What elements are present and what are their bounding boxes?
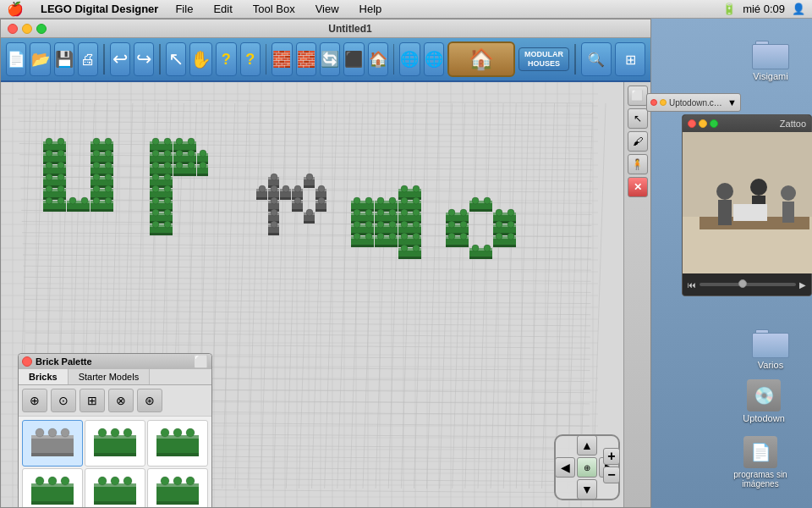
browser-traffic-lights xyxy=(650,99,667,106)
palette-grid xyxy=(19,417,211,507)
zattoo-slider[interactable] xyxy=(700,283,796,286)
zoom-in[interactable]: + xyxy=(603,448,620,465)
desktop-icon-uptodown[interactable]: 💿 Uptodown xyxy=(734,379,793,423)
browser-expand[interactable]: ▼ xyxy=(727,97,737,108)
zattoo-prev[interactable]: ⏮ xyxy=(688,280,696,290)
nav-center[interactable]: ⊕ xyxy=(577,457,597,478)
toolbar-sep-1 xyxy=(103,44,104,75)
palette-icon-refresh[interactable]: ⊛ xyxy=(137,389,162,412)
zattoo-minimize[interactable] xyxy=(699,119,707,128)
zattoo-video xyxy=(683,132,812,273)
toolbar-search[interactable]: 🔍 xyxy=(581,42,612,76)
menu-help[interactable]: Help xyxy=(356,3,386,15)
menu-toolbox[interactable]: Tool Box xyxy=(250,3,299,15)
toolbar-grid[interactable]: ⊞ xyxy=(615,42,645,76)
right-toolbar: ⬜ ↖ 🖌 🧍 ✕ xyxy=(623,82,650,507)
palette-icon-circle[interactable]: ⊙ xyxy=(51,389,76,412)
canvas-area[interactable]: ⬜ ↖ 🖌 🧍 ✕ ▲ ◀ ⊕ ▶ ▼ + − xyxy=(1,82,650,507)
toolbar-globe1[interactable]: 🌐 xyxy=(399,42,420,76)
zattoo-window: Zattoo ⏮ ▶ xyxy=(682,114,812,296)
zattoo-play[interactable]: ▶ xyxy=(799,280,806,290)
brick-palette: Brick Palette ⬜ Bricks Starter Models ⊕ … xyxy=(18,353,212,507)
zattoo-zoom[interactable] xyxy=(710,119,718,128)
browser-minimize[interactable] xyxy=(660,99,667,106)
browser-window: Uptodown.co... ▼ xyxy=(646,93,741,112)
palette-item-4[interactable] xyxy=(85,468,145,507)
menu-file[interactable]: File xyxy=(172,3,196,15)
toolbar-print[interactable]: 🖨 xyxy=(78,42,98,76)
desktop-icon-visigami[interactable]: Visigami xyxy=(741,37,800,81)
zattoo-title-label: Zattoo xyxy=(780,119,806,129)
desktop-icon-varios[interactable]: Varios xyxy=(741,326,800,370)
palette-item-2[interactable] xyxy=(147,420,208,467)
palette-item-1[interactable] xyxy=(85,420,145,467)
palette-item-0[interactable] xyxy=(22,420,83,467)
palette-title-bar: Brick Palette ⬜ xyxy=(19,354,211,369)
palette-title: Brick Palette xyxy=(36,356,92,367)
palette-icon-add[interactable]: ⊕ xyxy=(22,389,47,412)
toolbar-save[interactable]: 💾 xyxy=(54,42,74,76)
apple-menu[interactable]: 🍎 xyxy=(7,1,24,17)
zoom-out[interactable]: − xyxy=(603,467,620,483)
palette-item-5[interactable] xyxy=(147,468,208,507)
zattoo-title-bar: Zattoo xyxy=(683,115,811,132)
menu-view[interactable]: View xyxy=(312,3,343,15)
zattoo-close[interactable] xyxy=(688,119,696,128)
toolbar-brick2[interactable]: 🧱 xyxy=(296,42,316,76)
app-window: Untitled1 📄 📂 💾 🖨 ↩ ↪ ↖ ✋ ? ? 🧱 🧱 🔄 ⬛ 🏠 … xyxy=(0,19,651,508)
palette-close[interactable] xyxy=(22,356,32,367)
palette-icon-bar: ⊕ ⊙ ⊞ ⊗ ⊛ xyxy=(19,385,211,417)
app-toolbar: 📄 📂 💾 🖨 ↩ ↪ ↖ ✋ ? ? 🧱 🧱 🔄 ⬛ 🏠 🌐 🌐 🏠 MODU… xyxy=(1,38,650,82)
zattoo-traffic-lights xyxy=(688,119,718,128)
toolbar-arrow[interactable]: ↖ xyxy=(166,42,186,76)
toolbar-sep-4 xyxy=(393,44,394,75)
rt-select[interactable]: ↖ xyxy=(628,108,648,129)
rt-paint[interactable]: 🖌 xyxy=(628,131,648,152)
zattoo-video-canvas xyxy=(683,132,812,273)
toolbar-new[interactable]: 📄 xyxy=(6,42,26,76)
palette-icon-color[interactable]: ⊗ xyxy=(108,389,134,412)
traffic-lights xyxy=(8,24,47,34)
zoom-button[interactable] xyxy=(36,24,47,34)
nav-up[interactable]: ▲ xyxy=(577,435,597,456)
app-name: LEGO Digital Designer xyxy=(41,3,158,15)
toolbar-hand[interactable]: ✋ xyxy=(189,42,212,76)
menu-edit[interactable]: Edit xyxy=(210,3,235,15)
toolbar-brick1[interactable]: 🧱 xyxy=(272,42,292,76)
toolbar-open[interactable]: 📂 xyxy=(30,42,50,76)
toolbar-globe2[interactable]: 🌐 xyxy=(424,42,444,76)
browser-url: Uptodown.co... xyxy=(669,98,725,108)
palette-tabs: Bricks Starter Models xyxy=(19,369,211,385)
nav-down[interactable]: ▼ xyxy=(577,479,597,500)
toolbar-brick4[interactable]: ⬛ xyxy=(343,42,364,76)
title-bar: Untitled1 xyxy=(1,19,650,38)
toolbar-right: 🏠 MODULAR HOUSES 🔍 ⊞ xyxy=(447,41,645,77)
palette-item-3[interactable] xyxy=(22,468,83,507)
zattoo-controls: ⏮ ▶ xyxy=(683,273,811,295)
palette-icon-grid[interactable]: ⊞ xyxy=(80,389,105,412)
toolbar-redo[interactable]: ↪ xyxy=(134,42,154,76)
toolbar-sep-5 xyxy=(574,44,576,75)
toolbar-info[interactable]: ? xyxy=(216,42,236,76)
toolbar-brick3[interactable]: 🔄 xyxy=(320,42,340,76)
rt-maximize[interactable]: ⬜ xyxy=(628,86,648,106)
toolbar-brick5[interactable]: 🏠 xyxy=(368,42,388,76)
menubar: 🍎 LEGO Digital Designer File Edit Tool B… xyxy=(0,0,812,19)
toolbar-sep-2 xyxy=(159,44,160,75)
menu-clock: 🔋 mié 0:09 👤 xyxy=(722,3,805,15)
palette-maximize[interactable]: ⬜ xyxy=(194,355,208,368)
modular-badge: MODULAR HOUSES xyxy=(518,47,569,71)
toolbar-help[interactable]: ? xyxy=(240,42,261,76)
browser-close[interactable] xyxy=(650,99,657,106)
rt-delete[interactable]: ✕ xyxy=(628,177,648,197)
desktop-icon-programas[interactable]: 📄 programas sinimágenes xyxy=(731,436,790,489)
rt-figure[interactable]: 🧍 xyxy=(628,154,648,174)
toolbar-sep-3 xyxy=(266,44,266,75)
tab-bricks[interactable]: Bricks xyxy=(19,369,69,384)
nav-left[interactable]: ◀ xyxy=(555,457,575,478)
toolbar-undo[interactable]: ↩ xyxy=(110,42,130,76)
close-button[interactable] xyxy=(8,24,18,34)
window-title: Untitled1 xyxy=(57,23,644,35)
tab-starter-models[interactable]: Starter Models xyxy=(69,369,151,384)
minimize-button[interactable] xyxy=(22,24,32,34)
